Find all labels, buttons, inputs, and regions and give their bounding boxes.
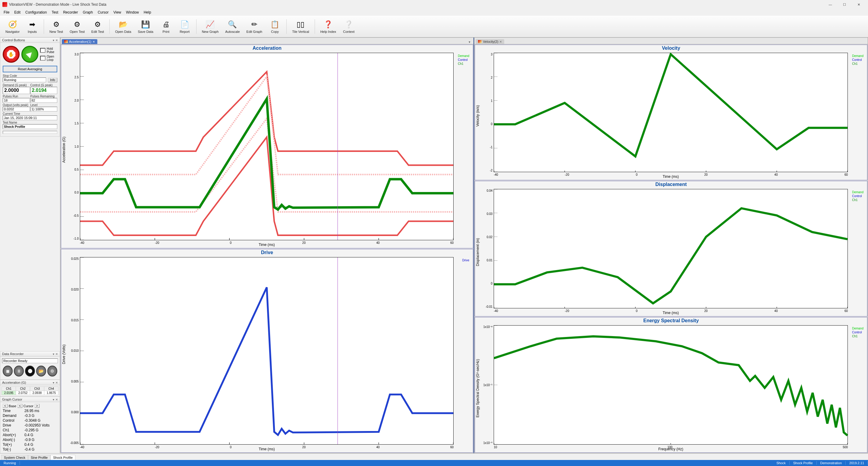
toolbar-open-data[interactable]: 📂Open Data [112,19,134,35]
pulses-run-label: Pulses Run [3,95,30,98]
chart-title: Velocity [475,45,867,52]
cursor-row: Abort(-)-0.9 G [1,437,59,442]
control-label: Control (G peak) [30,84,58,87]
pulses-remaining-label: Pulses Remaining [30,95,58,98]
toolbar-context[interactable]: ❔Context [340,19,358,35]
legend: DemandControlCh1 [852,327,864,338]
cursor-base-prev[interactable]: < [3,404,7,408]
stop-button[interactable]: ✋ [3,46,20,63]
chart-title: Displacement [475,181,867,188]
toolbar-inputs[interactable]: ➡Inputs [23,19,41,35]
plot-area[interactable] [80,257,454,444]
cursor-base-next[interactable]: < [18,404,22,408]
acceleration-table: Ch1Ch2Ch3Ch4 2.01952.07522.09381.8675 [1,386,59,395]
panel-menu-icon[interactable]: ▾ [53,352,54,356]
menu-graph[interactable]: Graph [81,10,95,15]
minimize-button[interactable]: — [824,0,837,9]
plot-area[interactable] [494,189,848,308]
menu-view[interactable]: View [111,10,124,15]
y-axis-label: Energy Spectral Density (G²-sec/Hz) [475,324,480,453]
menu-window[interactable]: Window [124,10,141,15]
toolbar-print[interactable]: 🖨Print [157,19,175,35]
y-axis-label: Acceleration (G) [61,52,67,248]
close-button[interactable]: ✕ [852,0,866,9]
recorder-pause-button[interactable]: ⏸ [14,366,24,376]
open-loop-toggle[interactable] [40,56,45,61]
chart-title: Drive [61,249,473,256]
menu-configuration[interactable]: Configuration [23,10,49,15]
tab-acceleration[interactable]: Acceleration(1)✕ [62,39,97,44]
menu-help[interactable]: Help [141,10,154,15]
recorder-stop-button[interactable]: ◼ [3,366,13,376]
edit-graph-icon: ✏ [250,20,259,29]
toolbar-report[interactable]: 📄Report [176,19,194,35]
recorder-open-button[interactable]: 📂 [36,366,46,376]
toolbar-help-index[interactable]: ❓Help Index [317,19,339,35]
legend: DemandControlCh1 [852,54,864,66]
tab-close-icon[interactable]: ✕ [93,40,95,43]
edit-test-icon: ⚙ [93,20,102,29]
plot-area[interactable] [494,53,848,172]
reset-averaging-button[interactable]: Reset Averaging [3,66,57,72]
toolbar-edit-graph[interactable]: ✏Edit Graph [244,19,266,35]
toolbar-copy[interactable]: 📋Copy [266,19,284,35]
tab-dropdown[interactable]: ▾ [467,40,472,44]
toolbar-save-data[interactable]: 💾Save Data [135,19,156,35]
level-value: 1) 100% [30,107,58,112]
plot-area[interactable] [494,325,848,444]
toolbar-tile-vertical[interactable]: ▯▯Tile Vertical [289,19,312,35]
accel-value: 2.0938 [30,391,44,395]
panel-menu-icon[interactable]: ▾ [53,381,54,384]
open-data-icon: 📂 [119,20,128,29]
toolbar-autoscale[interactable]: 🔍Autoscale [222,19,243,35]
tile-vertical-icon: ▯▯ [296,20,305,29]
menu-file[interactable]: File [1,10,12,15]
toolbar-new-test[interactable]: ⚙New Test [46,19,66,35]
autoscale-icon: 🔍 [227,20,237,29]
title-bar: VibrationVIEW - Demonstration Mode - Liv… [0,0,868,9]
panel-menu-icon[interactable]: ▾ [53,39,54,42]
toolbar-open-test[interactable]: ⚙Open Test [67,19,88,35]
output-value: 0.0202 [3,107,30,112]
legend: DemandControlCh1 [852,190,864,202]
tab-close-icon[interactable]: ✕ [499,40,502,43]
bottom-tab-sine-profile[interactable]: Sine Profile [28,455,50,460]
panel-menu-icon[interactable]: ▾ [53,398,54,401]
menu-test[interactable]: Test [49,10,61,15]
acceleration-panel-title: Acceleration (G) [2,381,26,384]
recorder-settings-button[interactable]: ⚙ [47,366,57,376]
panel-close-icon[interactable]: ✕ [56,352,58,356]
data-recorder-header: Data Recorder ▾✕ [0,351,60,356]
panel-close-icon[interactable]: ✕ [56,381,58,384]
menu-recorder[interactable]: Recorder [61,10,80,15]
hold-pulse-toggle[interactable] [40,48,45,53]
graph-tab-icon [64,40,68,43]
menu-cursor[interactable]: Cursor [95,10,111,15]
tab-velocity[interactable]: Velocity(2)✕ [475,39,504,44]
recorder-status: Recorder Ready [2,359,58,363]
bottom-tab-shock-profile[interactable]: Shock Profile [50,455,75,460]
menu-edit[interactable]: Edit [12,10,23,15]
y-axis-label: Displacement (in) [475,188,480,316]
new-test-icon: ⚙ [52,20,61,29]
toolbar-new-graph[interactable]: 📈New Graph [199,19,222,35]
panel-close-icon[interactable]: ✕ [56,398,58,401]
info-button[interactable]: Info [48,78,57,82]
recorder-record-button[interactable] [25,366,35,376]
start-button[interactable] [22,46,38,63]
stop-code-value: Running [3,77,46,82]
accel-value: 2.0195 [2,391,16,395]
cursor-next[interactable]: > [35,404,39,408]
maximize-button[interactable]: ☐ [838,0,851,9]
bottom-tab-system-check[interactable]: System Check [1,455,28,460]
plot-area[interactable] [80,53,454,240]
chart-title: Acceleration [61,45,473,52]
hold-pulse-label: Hold Pulse [47,47,54,54]
toolbar-navigator[interactable]: 🧭Navigator [2,19,23,35]
cursor-row: Control-0.3048 G [1,418,59,423]
status-version: 2019.2.11 [846,461,868,465]
open-test-icon: ⚙ [72,20,82,29]
chart-title: Energy Spectral Density [475,317,867,324]
toolbar-edit-test[interactable]: ⚙Edit Test [88,19,107,35]
panel-close-icon[interactable]: ✕ [56,39,58,42]
